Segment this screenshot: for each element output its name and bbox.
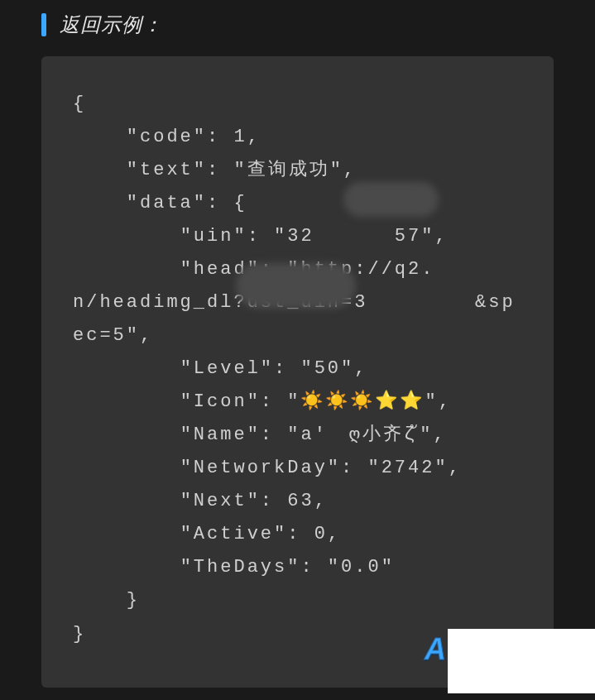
redaction-blur [343,182,439,217]
watermark-box [448,629,595,693]
watermark-letter: A [425,632,446,667]
heading-accent-bar [41,13,46,36]
section-heading: 返回示例： [60,12,163,38]
code-example-card: { "code": 1, "text": "查询成功", "data": { "… [41,56,554,688]
section-heading-row: 返回示例： [0,0,595,56]
redaction-blur [236,263,356,309]
json-code-block: { "code": 1, "text": "查询成功", "data": { "… [73,88,522,651]
